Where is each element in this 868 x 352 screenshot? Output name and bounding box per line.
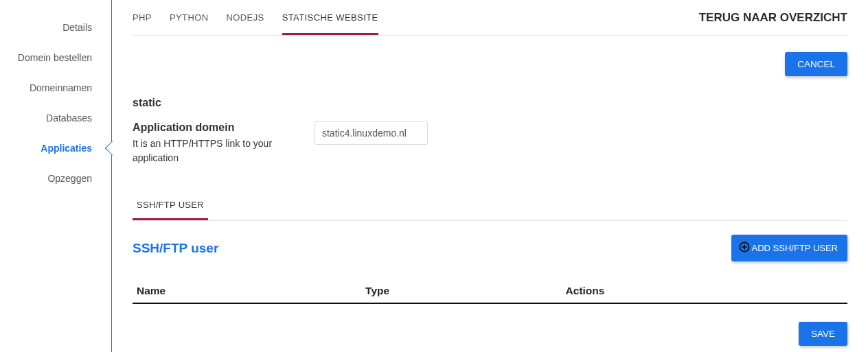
ssh-ftp-user-heading: SSH/FTP user — [133, 241, 218, 256]
sidebar-item-domeinnamen[interactable]: Domeinnamen — [0, 73, 111, 103]
app-title: static — [133, 97, 847, 109]
plus-circle-icon — [738, 241, 751, 255]
back-to-overview-link[interactable]: TERUG NAAR OVERZICHT — [699, 11, 847, 25]
subtab-ssh-ftp-user[interactable]: SSH/FTP USER — [133, 193, 208, 220]
sidebar-item-details[interactable]: Details — [0, 12, 111, 43]
topbar: PHP PYTHON NODEJS STATISCHE WEBSITE TERU… — [133, 0, 847, 36]
sidebar-item-databases[interactable]: Databases — [0, 103, 111, 133]
ssh-ftp-user-table: Name Type Actions — [133, 279, 847, 304]
application-domain-label: Application domein — [133, 121, 301, 134]
application-domain-sublabel: It is an HTTP/HTTPS link to your applica… — [133, 137, 301, 165]
application-domain-input[interactable] — [315, 121, 428, 145]
cancel-button[interactable]: CANCEL — [785, 52, 847, 76]
sidebar-item-opzeggen[interactable]: Opzeggen — [0, 163, 111, 193]
table-header-name: Name — [133, 279, 361, 303]
table-header-actions: Actions — [562, 279, 847, 303]
tab-php[interactable]: PHP — [133, 0, 152, 35]
tab-nodejs[interactable]: NODEJS — [227, 0, 264, 35]
application-domain-row: Application domein It is an HTTP/HTTPS l… — [133, 121, 847, 165]
add-ssh-ftp-user-button[interactable]: ADD SSH/FTP USER — [731, 235, 847, 261]
main-content: PHP PYTHON NODEJS STATISCHE WEBSITE TERU… — [112, 0, 868, 352]
subtabs: SSH/FTP USER — [133, 193, 847, 221]
sidebar-item-domein-bestellen[interactable]: Domein bestellen — [0, 43, 111, 73]
sidebar-item-applicaties[interactable]: Applicaties — [0, 133, 111, 163]
sidebar: Details Domein bestellen Domeinnamen Dat… — [0, 0, 112, 352]
save-button[interactable]: SAVE — [799, 322, 847, 346]
table-header-type: Type — [361, 279, 561, 303]
tab-statische-website[interactable]: STATISCHE WEBSITE — [282, 0, 378, 35]
tab-python[interactable]: PYTHON — [170, 0, 209, 35]
app-type-tabs: PHP PYTHON NODEJS STATISCHE WEBSITE — [133, 0, 378, 35]
add-ssh-ftp-user-label: ADD SSH/FTP USER — [752, 243, 838, 253]
